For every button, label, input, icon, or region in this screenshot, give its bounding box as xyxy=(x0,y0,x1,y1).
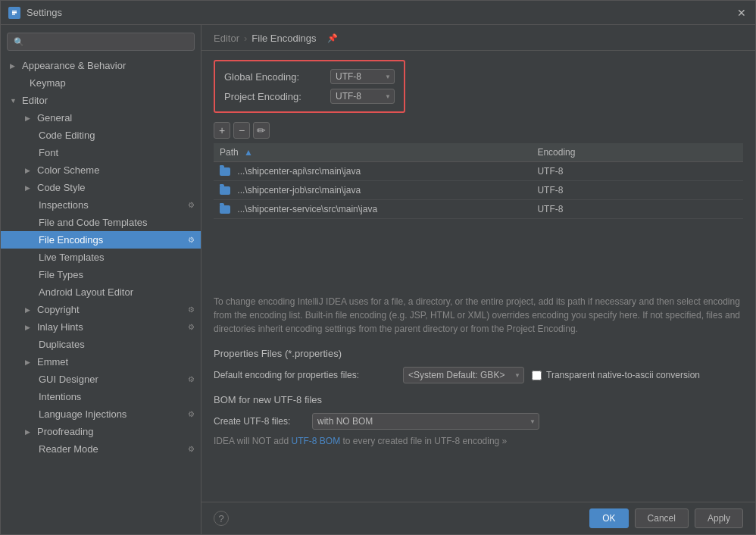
cancel-button[interactable]: Cancel xyxy=(635,508,689,528)
svg-rect-3 xyxy=(12,14,15,15)
idea-note-suffix: to every created file in UTF-8 encoding … xyxy=(340,436,507,446)
create-utf8-label: Create UTF-8 files: xyxy=(214,416,312,427)
sidebar-item-gui-designer[interactable]: GUI Designer ⚙ xyxy=(1,371,201,388)
project-encoding-select-wrapper: UTF-8 xyxy=(330,89,395,104)
properties-encoding-select[interactable]: <System Default: GBK> xyxy=(403,367,524,383)
sidebar-item-label: Emmet xyxy=(37,356,68,368)
sidebar-item-intentions[interactable]: Intentions xyxy=(1,388,201,405)
breadcrumb-current: File Encodings xyxy=(251,33,316,44)
idea-note: IDEA will NOT add UTF-8 BOM to every cre… xyxy=(214,436,743,446)
svg-rect-1 xyxy=(12,12,17,14)
badge-icon: ⚙ xyxy=(188,305,195,314)
sidebar-item-label: Code Style xyxy=(37,182,86,193)
bom-select[interactable]: with NO BOM xyxy=(312,413,539,430)
project-encoding-select[interactable]: UTF-8 xyxy=(330,89,395,104)
arrow-icon: ▶ xyxy=(25,306,34,314)
main-content: Editor › File Encodings 📌 Global Encodin… xyxy=(201,25,755,534)
sidebar-item-editor[interactable]: ▼ Editor xyxy=(1,92,201,109)
app-icon xyxy=(8,7,20,19)
sidebar-item-inspections[interactable]: Inspections ⚙ xyxy=(1,196,201,214)
encoding-cell: UTF-8 xyxy=(531,200,743,219)
edit-button[interactable]: ✏ xyxy=(253,122,270,139)
sidebar-item-duplicates[interactable]: Duplicates xyxy=(1,336,201,353)
sort-arrow-icon: ▲ xyxy=(244,147,253,158)
sidebar-item-label: File and Code Templates xyxy=(39,217,148,228)
search-container[interactable]: 🔍 xyxy=(7,33,195,51)
bom-section-title: BOM for new UTF-8 files xyxy=(214,394,743,405)
sidebar-item-reader-mode[interactable]: Reader Mode ⚙ xyxy=(1,440,201,458)
idea-note-prefix: IDEA will NOT add xyxy=(214,436,291,446)
badge-icon: ⚙ xyxy=(188,445,195,453)
sidebar-item-label: GUI Designer xyxy=(39,374,98,385)
sidebar-item-color-scheme[interactable]: ▶ Color Scheme xyxy=(1,161,201,179)
badge-icon: ⚙ xyxy=(188,323,195,331)
global-encoding-select[interactable]: UTF-8 xyxy=(330,69,395,84)
path-header[interactable]: Path ▲ xyxy=(214,143,531,162)
titlebar: Settings ✕ xyxy=(1,1,755,25)
path-cell: ...\shipcenter-service\src\main\java xyxy=(214,200,531,219)
sidebar-item-file-encodings[interactable]: File Encodings ⚙ xyxy=(1,231,201,249)
sidebar-item-emmet[interactable]: ▶ Emmet xyxy=(1,353,201,371)
help-button[interactable]: ? xyxy=(214,511,229,526)
table-row[interactable]: ...\shipcenter-service\src\main\java UTF… xyxy=(214,200,743,219)
encoding-header[interactable]: Encoding xyxy=(531,143,743,162)
sidebar-item-label: Inlay Hints xyxy=(37,321,83,333)
sidebar-item-label: Appearance & Behavior xyxy=(22,60,126,71)
close-button[interactable]: ✕ xyxy=(736,7,748,19)
breadcrumb-separator: › xyxy=(244,33,247,44)
sidebar-item-label: Language Injections xyxy=(39,408,127,420)
arrow-icon: ▶ xyxy=(25,167,34,174)
sidebar-item-label: Duplicates xyxy=(39,339,85,350)
sidebar-item-file-types[interactable]: File Types xyxy=(1,266,201,283)
sidebar-item-file-code-templates[interactable]: File and Code Templates xyxy=(1,214,201,231)
sidebar-item-inlay-hints[interactable]: ▶ Inlay Hints ⚙ xyxy=(1,318,201,336)
svg-rect-2 xyxy=(12,11,17,12)
encoding-cell: UTF-8 xyxy=(531,181,743,200)
sidebar-item-label: Proofreading xyxy=(37,426,93,437)
sidebar-item-label: Editor xyxy=(22,95,48,106)
transparent-checkbox[interactable] xyxy=(532,371,542,380)
breadcrumb-parent: Editor xyxy=(214,33,239,44)
sidebar-item-code-editing[interactable]: Code Editing xyxy=(1,127,201,144)
sidebar-item-live-templates[interactable]: Live Templates xyxy=(1,249,201,266)
utf8-bom-link[interactable]: UTF-8 BOM xyxy=(291,436,340,446)
sidebar-item-copyright[interactable]: ▶ Copyright ⚙ xyxy=(1,301,201,318)
sidebar-item-label: Color Scheme xyxy=(37,164,99,176)
sidebar-item-general[interactable]: ▶ General xyxy=(1,109,201,127)
sidebar-item-label: Reader Mode xyxy=(39,443,98,455)
folder-icon xyxy=(220,167,230,176)
sidebar-item-label: Keymap xyxy=(30,77,66,89)
arrow-icon: ▶ xyxy=(25,324,34,331)
table-row[interactable]: ...\shipcenter-api\src\main\java UTF-8 xyxy=(214,162,743,181)
ok-button[interactable]: OK xyxy=(589,508,628,528)
pin-icon[interactable]: 📌 xyxy=(327,33,338,43)
encoding-box: Global Encoding: UTF-8 Project Encoding:… xyxy=(214,60,405,113)
sidebar-item-label: Intentions xyxy=(39,391,81,402)
main-header: Editor › File Encodings 📌 xyxy=(201,25,755,51)
arrow-icon: ▶ xyxy=(25,428,34,436)
path-cell: ...\shipcenter-job\src\main\java xyxy=(214,181,531,200)
add-button[interactable]: + xyxy=(214,122,230,139)
badge-icon: ⚙ xyxy=(188,201,195,209)
remove-button[interactable]: − xyxy=(233,122,250,139)
project-encoding-row: Project Encoding: UTF-8 xyxy=(224,89,395,104)
main-body: Global Encoding: UTF-8 Project Encoding:… xyxy=(201,51,755,502)
breadcrumb: Editor › File Encodings 📌 xyxy=(214,33,338,44)
search-icon: 🔍 xyxy=(14,37,24,47)
properties-section-title: Properties Files (*.properties) xyxy=(214,348,743,359)
sidebar-item-code-style[interactable]: ▶ Code Style xyxy=(1,179,201,196)
sidebar-item-lang-injections[interactable]: Language Injections ⚙ xyxy=(1,405,201,423)
transparent-checkbox-row: Transparent native-to-ascii conversion xyxy=(532,370,700,380)
path-cell: ...\shipcenter-api\src\main\java xyxy=(214,162,531,181)
badge-icon: ⚙ xyxy=(188,236,195,244)
bom-row: Create UTF-8 files: with NO BOM xyxy=(214,413,743,430)
project-encoding-label: Project Encoding: xyxy=(224,91,330,102)
sidebar-item-keymap[interactable]: Keymap xyxy=(1,74,201,92)
sidebar-item-android-layout[interactable]: Android Layout Editor xyxy=(1,283,201,301)
apply-button[interactable]: Apply xyxy=(695,508,743,528)
search-input[interactable] xyxy=(29,36,188,47)
sidebar-item-appearance[interactable]: ▶ Appearance & Behavior xyxy=(1,57,201,74)
sidebar-item-proofreading[interactable]: ▶ Proofreading xyxy=(1,423,201,440)
sidebar-item-font[interactable]: Font xyxy=(1,144,201,161)
table-row[interactable]: ...\shipcenter-job\src\main\java UTF-8 xyxy=(214,181,743,200)
